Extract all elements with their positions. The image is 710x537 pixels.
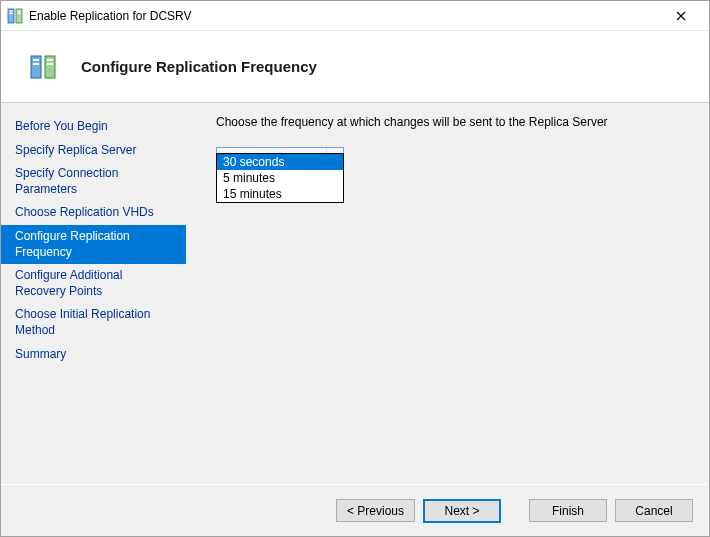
wizard-step[interactable]: Before You Begin — [1, 115, 186, 139]
instruction-text: Choose the frequency at which changes wi… — [216, 115, 691, 129]
titlebar: Enable Replication for DCSRV — [1, 1, 709, 31]
wizard-icon — [29, 53, 57, 81]
wizard-step[interactable]: Summary — [1, 343, 186, 367]
frequency-dropdown-list[interactable]: 30 seconds5 minutes15 minutes — [216, 153, 344, 203]
wizard-step[interactable]: Specify Replica Server — [1, 139, 186, 163]
svg-rect-11 — [47, 63, 53, 65]
svg-rect-10 — [47, 59, 53, 61]
main-panel: Choose the frequency at which changes wi… — [186, 103, 709, 484]
svg-rect-3 — [9, 12, 13, 13]
next-button[interactable]: Next > — [423, 499, 501, 523]
wizard-window: Enable Replication for DCSRV Configure R… — [0, 0, 710, 537]
frequency-option[interactable]: 30 seconds — [217, 154, 343, 170]
svg-rect-2 — [9, 10, 13, 11]
window-title: Enable Replication for DCSRV — [29, 9, 661, 23]
header-band: Configure Replication Frequency — [1, 31, 709, 103]
svg-rect-5 — [17, 12, 21, 13]
wizard-step[interactable]: Choose Initial Replication Method — [1, 303, 186, 342]
close-icon — [676, 11, 686, 21]
cancel-button[interactable]: Cancel — [615, 499, 693, 522]
wizard-step[interactable]: Configure Replication Frequency — [1, 225, 186, 264]
page-heading: Configure Replication Frequency — [81, 58, 317, 75]
svg-rect-4 — [17, 10, 21, 11]
svg-rect-9 — [33, 63, 39, 65]
app-icon — [7, 8, 23, 24]
wizard-footer: < Previous Next > Finish Cancel — [1, 484, 709, 536]
svg-rect-8 — [33, 59, 39, 61]
frequency-option[interactable]: 5 minutes — [217, 170, 343, 186]
finish-button[interactable]: Finish — [529, 499, 607, 522]
wizard-steps-sidebar: Before You BeginSpecify Replica ServerSp… — [1, 103, 186, 484]
previous-button[interactable]: < Previous — [336, 499, 415, 522]
wizard-step[interactable]: Choose Replication VHDs — [1, 201, 186, 225]
wizard-step[interactable]: Configure Additional Recovery Points — [1, 264, 186, 303]
frequency-option[interactable]: 15 minutes — [217, 186, 343, 202]
body-area: Before You BeginSpecify Replica ServerSp… — [1, 103, 709, 484]
close-button[interactable] — [661, 2, 701, 30]
wizard-step[interactable]: Specify Connection Parameters — [1, 162, 186, 201]
